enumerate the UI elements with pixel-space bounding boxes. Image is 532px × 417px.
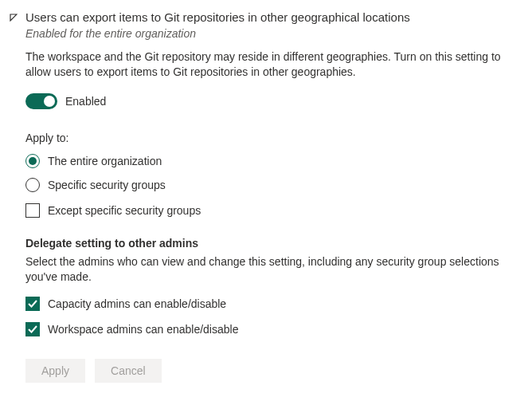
checkbox-icon [25, 297, 40, 311]
capacity-admins-checkbox[interactable]: Capacity admins can enable/disable [25, 297, 522, 311]
enabled-toggle[interactable] [25, 93, 57, 109]
checkbox-icon [25, 322, 40, 336]
setting-description: The workspace and the Git repository may… [25, 49, 522, 81]
collapse-icon[interactable] [8, 12, 19, 23]
except-groups-checkbox[interactable]: Except specific security groups [25, 203, 522, 218]
radio-entire-org[interactable]: The entire organization [25, 154, 522, 168]
checkbox-label: Workspace admins can enable/disable [48, 323, 238, 336]
enabled-toggle-label: Enabled [65, 95, 106, 108]
setting-subtitle: Enabled for the entire organization [25, 27, 410, 40]
cancel-button[interactable]: Cancel [95, 359, 162, 383]
apply-to-label: Apply to: [25, 132, 522, 144]
checkbox-label: Except specific security groups [48, 204, 201, 217]
radio-icon [25, 154, 40, 168]
delegate-description: Select the admins who can view and chang… [25, 254, 522, 285]
apply-button[interactable]: Apply [25, 359, 85, 383]
radio-icon [25, 178, 40, 192]
checkbox-icon [25, 203, 40, 218]
radio-label: Specific security groups [48, 179, 166, 191]
radio-label: The entire organization [48, 155, 162, 167]
setting-title: Users can export items to Git repositori… [25, 10, 410, 26]
delegate-title: Delegate setting to other admins [25, 237, 522, 250]
radio-specific-groups[interactable]: Specific security groups [25, 178, 522, 192]
checkbox-label: Capacity admins can enable/disable [48, 297, 226, 310]
workspace-admins-checkbox[interactable]: Workspace admins can enable/disable [25, 322, 522, 336]
